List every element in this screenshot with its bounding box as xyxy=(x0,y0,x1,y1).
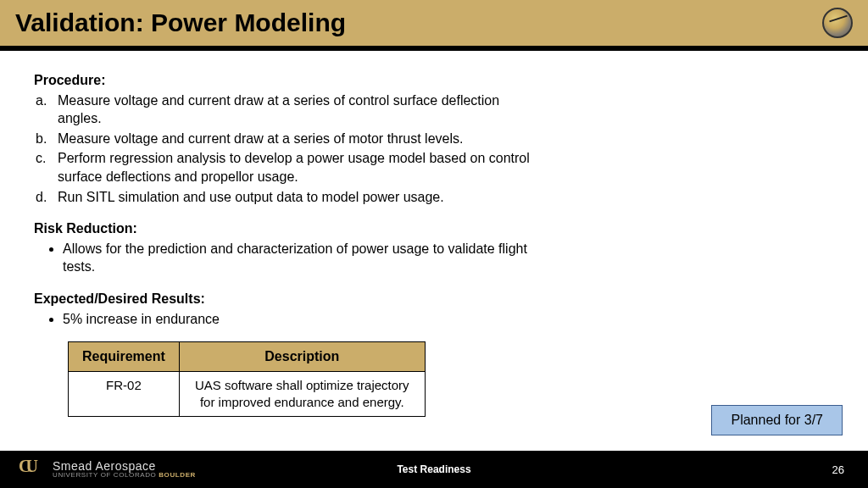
expected-list: 5% increase in endurance xyxy=(34,310,542,329)
expected-heading: Expected/Desired Results: xyxy=(34,290,834,308)
cu-logo-icon: CU xyxy=(19,457,44,482)
list-marker: d. xyxy=(36,188,47,207)
procedure-item: b.Measure voltage and current draw at a … xyxy=(53,130,542,148)
requirements-table: Requirement Description FR-02 UAS softwa… xyxy=(68,341,426,417)
procedure-text: Measure voltage and current draw at a se… xyxy=(58,93,499,126)
footer-org-line2b: BOULDER xyxy=(159,471,196,479)
slide: Validation: Power Modeling Procedure: a.… xyxy=(0,0,868,488)
procedure-text: Run SITL simulation and use output data … xyxy=(58,190,444,204)
procedure-item: a.Measure voltage and current draw at a … xyxy=(53,92,542,128)
footer-left: CU Smead Aerospace UNIVERSITY OF COLORAD… xyxy=(19,457,196,482)
table-row: FR-02 UAS software shall optimize trajec… xyxy=(69,371,426,417)
risk-item: Allows for the prediction and characteri… xyxy=(63,240,542,276)
procedure-text: Measure voltage and current draw at a se… xyxy=(58,131,463,146)
title-bar: Validation: Power Modeling xyxy=(0,0,868,46)
procedure-heading: Procedure: xyxy=(34,71,834,90)
table-header-requirement: Requirement xyxy=(69,342,180,372)
slide-title: Validation: Power Modeling xyxy=(15,8,346,37)
footer-org-line2: UNIVERSITY OF COLORADO BOULDER xyxy=(53,472,196,479)
expected-item: 5% increase in endurance xyxy=(63,310,542,329)
planned-badge: Planned for 3/7 xyxy=(711,405,843,435)
risk-list: Allows for the prediction and characteri… xyxy=(34,240,542,276)
cu-logo-text: CU xyxy=(19,457,33,475)
table-cell-requirement: FR-02 xyxy=(69,371,180,417)
procedure-item: c.Perform regression analysis to develop… xyxy=(53,149,542,186)
procedure-item: d.Run SITL simulation and use output dat… xyxy=(53,188,542,207)
table-cell-description: UAS software shall optimize trajectory f… xyxy=(179,371,425,417)
table-header-description: Description xyxy=(179,342,425,372)
footer-center-label: Test Readiness xyxy=(397,463,470,475)
footer-bar: CU Smead Aerospace UNIVERSITY OF COLORAD… xyxy=(0,451,868,488)
risk-heading: Risk Reduction: xyxy=(34,219,834,238)
list-marker: a. xyxy=(36,92,47,110)
table-header-row: Requirement Description xyxy=(69,342,426,372)
footer-org-line1: Smead Aerospace xyxy=(53,460,196,472)
procedure-list: a.Measure voltage and current draw at a … xyxy=(34,92,542,207)
project-logo-icon xyxy=(822,8,853,38)
footer-org: Smead Aerospace UNIVERSITY OF COLORADO B… xyxy=(53,460,196,479)
list-marker: c. xyxy=(36,149,46,168)
content-area: Procedure: a.Measure voltage and current… xyxy=(0,51,868,451)
footer-org-line2a: UNIVERSITY OF COLORADO xyxy=(53,471,159,479)
list-marker: b. xyxy=(36,130,47,148)
procedure-text: Perform regression analysis to develop a… xyxy=(58,151,530,184)
page-number: 26 xyxy=(832,463,844,476)
